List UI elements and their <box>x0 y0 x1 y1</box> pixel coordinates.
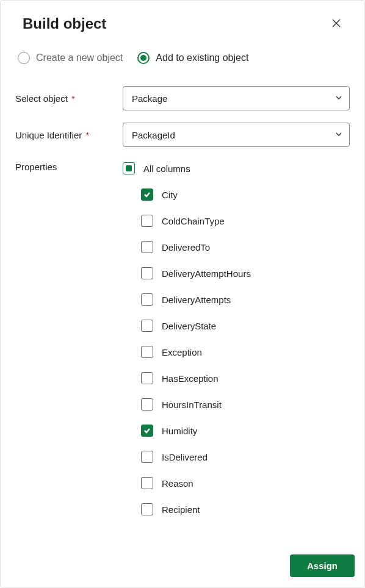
checkbox-label: City <box>162 190 178 200</box>
unique-identifier-label: Unique Identifier * <box>15 130 123 140</box>
checkbox-label: DeliveryAttemptHours <box>162 268 251 279</box>
checkbox-label: HasException <box>162 373 219 384</box>
checkbox-column[interactable]: ColdChainType <box>141 212 350 230</box>
checkbox-label: Exception <box>162 347 202 357</box>
checkbox-unchecked-icon <box>141 320 153 332</box>
checkbox-column[interactable]: Humidity <box>141 421 350 440</box>
unique-identifier-dropdown[interactable]: PackageId <box>123 123 350 147</box>
checkbox-unchecked-icon <box>141 477 153 489</box>
radio-icon <box>137 52 150 64</box>
checkbox-label: All columns <box>143 163 190 174</box>
checkbox-all-columns[interactable]: All columns <box>123 159 350 177</box>
checkbox-column[interactable]: DeliveryAttemptHours <box>141 264 350 282</box>
checkbox-unchecked-icon <box>141 372 153 384</box>
select-object-field: Package <box>123 86 350 110</box>
checkbox-column[interactable]: HasException <box>141 369 350 387</box>
select-object-dropdown[interactable]: Package <box>123 86 350 110</box>
checkbox-unchecked-icon <box>141 215 153 227</box>
close-button[interactable] <box>327 14 346 34</box>
checkbox-label: Reason <box>162 478 193 489</box>
checkbox-label: Humidity <box>162 426 197 436</box>
checkbox-label: ColdChainType <box>162 216 225 226</box>
checkbox-column[interactable]: Recipient <box>141 500 350 518</box>
checkbox-label: DeliveryAttempts <box>162 295 231 305</box>
checkbox-label: Recipient <box>162 504 200 515</box>
select-object-row: Select object * Package <box>15 86 350 110</box>
assign-button[interactable]: Assign <box>290 554 355 577</box>
close-icon <box>331 17 341 31</box>
checkbox-unchecked-icon <box>141 346 153 358</box>
unique-identifier-row: Unique Identifier * PackageId <box>15 123 350 147</box>
mode-radio-create[interactable]: Create a new object <box>18 52 123 64</box>
checkbox-column[interactable]: HoursInTransit <box>141 395 350 414</box>
checkbox-column[interactable]: Exception <box>141 343 350 361</box>
mode-radio-group: Create a new objectAdd to existing objec… <box>15 52 350 64</box>
dialog-body-scroll[interactable]: Create a new objectAdd to existing objec… <box>1 40 364 543</box>
required-asterisk: * <box>85 130 89 140</box>
select-object-label: Select object * <box>15 93 123 104</box>
properties-label: Properties <box>15 159 123 172</box>
checkbox-column[interactable]: DeliveredTo <box>141 238 350 256</box>
radio-label: Create a new object <box>36 52 123 63</box>
dialog-header: Build object <box>1 1 364 40</box>
dialog-title: Build object <box>23 15 106 32</box>
checkbox-checked-icon <box>141 425 153 437</box>
checkbox-unchecked-icon <box>141 503 153 515</box>
properties-list: All columnsCityColdChainTypeDeliveredToD… <box>123 159 350 526</box>
build-object-dialog: Build object Create a new objectAdd to e… <box>0 0 365 588</box>
radio-label: Add to existing object <box>156 52 248 63</box>
checkbox-column[interactable]: Reason <box>141 474 350 492</box>
checkbox-label: DeliveredTo <box>162 242 210 253</box>
mode-radio-add[interactable]: Add to existing object <box>137 52 248 64</box>
checkbox-unchecked-icon <box>141 451 153 463</box>
checkbox-label: HoursInTransit <box>162 400 222 410</box>
checkbox-column[interactable]: City <box>141 185 350 204</box>
checkbox-column[interactable]: IsDelivered <box>141 448 350 466</box>
checkbox-label: IsDelivered <box>162 452 208 462</box>
radio-icon <box>18 52 30 64</box>
checkbox-unchecked-icon <box>141 293 153 306</box>
checkbox-column[interactable]: DeliveryState <box>141 317 350 335</box>
properties-block: Properties All columnsCityColdChainTypeD… <box>15 159 350 526</box>
checkbox-unchecked-icon <box>141 398 153 411</box>
unique-identifier-field: PackageId <box>123 123 350 147</box>
checkbox-unchecked-icon <box>141 267 153 279</box>
dialog-footer: Assign <box>1 543 364 587</box>
checkbox-checked-icon <box>141 188 153 201</box>
checkbox-column[interactable]: DeliveryAttempts <box>141 290 350 309</box>
checkbox-indeterminate-icon <box>123 162 135 174</box>
required-asterisk: * <box>71 93 75 104</box>
checkbox-unchecked-icon <box>141 241 153 253</box>
checkbox-label: DeliveryState <box>162 321 216 331</box>
